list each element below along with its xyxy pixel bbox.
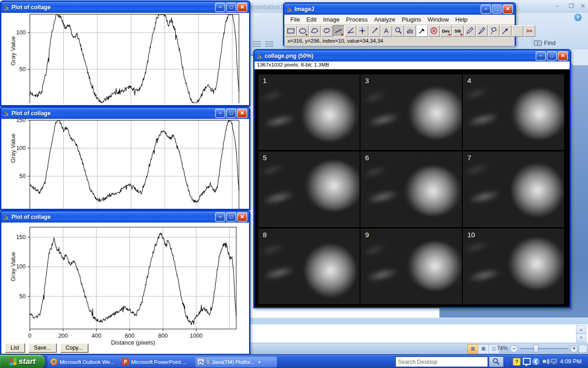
close-icon[interactable]: ✕ xyxy=(578,3,588,10)
network-audio-tray-icon[interactable] xyxy=(542,358,550,365)
collage-cell[interactable]: 10 xyxy=(463,229,564,304)
hide-icons-button[interactable]: ❮ xyxy=(532,358,540,366)
minimize-button[interactable]: – xyxy=(215,212,225,222)
maximize-button[interactable]: □ xyxy=(226,212,236,222)
cell-label: 8 xyxy=(263,231,266,239)
dropper-tool[interactable] xyxy=(416,25,428,37)
imagej-titlebar[interactable]: ImageJ – □ ✕ xyxy=(284,4,515,15)
collage-cell[interactable]: 7 xyxy=(463,151,564,227)
save-button[interactable]: Save... xyxy=(28,343,56,352)
menu-analyze[interactable]: Analyze xyxy=(371,16,398,23)
collage-cell[interactable]: 6 xyxy=(361,151,462,227)
minimize-button[interactable]: – xyxy=(481,5,491,14)
plot-titlebar[interactable]: Plot of collage–□✕ xyxy=(1,212,249,223)
fill-tool[interactable] xyxy=(488,25,499,37)
minimize-button[interactable]: – xyxy=(215,109,225,118)
menu-file[interactable]: File xyxy=(287,16,303,23)
pencil-tool[interactable] xyxy=(464,25,476,37)
hand-tool[interactable] xyxy=(405,25,416,37)
dev-tool[interactable]: Dev xyxy=(440,25,452,37)
angle-tool[interactable] xyxy=(345,25,356,37)
text-tool[interactable]: A xyxy=(381,25,392,37)
point-tool[interactable] xyxy=(357,25,368,37)
image-canvas[interactable]: 1345678910 xyxy=(255,69,570,307)
close-button[interactable]: ✕ xyxy=(237,109,247,118)
menu-edit[interactable]: Edit xyxy=(303,16,320,23)
stack-tool[interactable]: Stk xyxy=(452,25,464,37)
minimize-button[interactable]: – xyxy=(215,3,225,12)
menu-image[interactable]: Image xyxy=(320,16,343,23)
taskbar-button-2[interactable]: PMicrosoft PowerPoint ... xyxy=(119,356,197,368)
bullet-list-icon[interactable] xyxy=(253,41,261,47)
polygon-tool[interactable] xyxy=(309,25,321,37)
menu-plugins[interactable]: Plugins xyxy=(399,16,425,23)
oval-tool[interactable] xyxy=(297,25,309,37)
collage-cell[interactable]: 8 xyxy=(258,229,360,304)
menu-help[interactable]: Help xyxy=(452,16,471,23)
taskbar-button-1[interactable]: Microsoft Outlook We... xyxy=(48,356,122,368)
cell-label: 4 xyxy=(467,77,471,84)
plot-window: Plot of collage–□✕50100150Gray Value0200… xyxy=(0,210,250,355)
svg-text:>>: >> xyxy=(527,28,533,33)
maximize-button[interactable]: □ xyxy=(226,109,236,118)
restore-icon[interactable]: ❐ xyxy=(566,3,577,10)
image-info-bar: 1367x1032 pixels; 8-bit; 1.3MB xyxy=(255,61,570,69)
close-button[interactable]: ✕ xyxy=(503,5,513,14)
display-tray-icon[interactable] xyxy=(550,358,558,365)
close-button[interactable]: ✕ xyxy=(237,212,247,222)
minimize-icon[interactable]: – xyxy=(552,3,562,10)
scroll-down-icon[interactable]: ▼ xyxy=(576,334,586,342)
normal-view-button[interactable]: ▦ xyxy=(467,344,478,354)
maximize-button[interactable]: □ xyxy=(492,5,502,14)
zoom-slider[interactable] xyxy=(520,348,568,349)
slide-sorter-button[interactable]: ▩ xyxy=(478,344,489,354)
wand-tool[interactable] xyxy=(369,25,380,37)
menu-window[interactable]: Window xyxy=(424,16,452,23)
find-button[interactable]: Find xyxy=(534,39,555,46)
taskbar-button-3[interactable]: 5Java(TM) Platfor...▾ xyxy=(194,356,277,368)
specimen-streak xyxy=(262,264,295,282)
zoom-out-button[interactable]: – xyxy=(510,345,518,353)
search-input[interactable] xyxy=(396,357,488,367)
close-button[interactable]: ✕ xyxy=(558,51,568,61)
search-button[interactable] xyxy=(489,357,504,367)
close-others-tool[interactable] xyxy=(428,25,440,37)
specimen-blob xyxy=(407,242,462,290)
more-tools[interactable]: >> xyxy=(524,25,535,37)
brush-tool[interactable] xyxy=(476,25,488,37)
chevron-down-icon[interactable]: ▼ xyxy=(525,364,528,367)
collage-cell[interactable]: 9 xyxy=(361,229,462,304)
rectangle-tool[interactable] xyxy=(285,25,297,37)
copy-button[interactable]: Copy... xyxy=(60,343,88,352)
zoom-slider-thumb[interactable] xyxy=(533,345,538,353)
start-button[interactable]: start xyxy=(0,355,45,368)
help-icon[interactable]: ? xyxy=(574,14,582,21)
taskbar: start Microsoft Outlook We...PMicrosoft … xyxy=(0,354,588,368)
zoom-in-button[interactable]: + xyxy=(570,345,578,353)
tool-caret-icon xyxy=(460,34,463,36)
collage-cell[interactable]: 5 xyxy=(258,151,360,227)
plot-titlebar[interactable]: Plot of collage–□✕ xyxy=(1,2,249,13)
menu-process[interactable]: Process xyxy=(343,16,371,23)
freehand-tool[interactable] xyxy=(321,25,333,37)
specimen-streak xyxy=(361,89,388,106)
collage-cell[interactable]: 3 xyxy=(361,74,462,150)
scroll-up-icon[interactable]: ▲ xyxy=(576,325,586,334)
zoom-tool[interactable] xyxy=(393,25,404,37)
spare-tool[interactable] xyxy=(512,25,523,37)
plot-titlebar[interactable]: Plot of collage–□✕ xyxy=(1,108,249,119)
maximize-button[interactable]: □ xyxy=(547,51,557,61)
numbered-list-icon[interactable] xyxy=(265,41,273,47)
help-tray-icon[interactable]: ? xyxy=(513,358,521,366)
list-button[interactable]: List xyxy=(5,343,25,352)
collage-cell[interactable]: 1 xyxy=(258,74,360,150)
maximize-button[interactable]: □ xyxy=(226,3,236,12)
arrow-tool[interactable] xyxy=(500,25,511,37)
minimize-button[interactable]: – xyxy=(536,51,546,61)
specimen-blob xyxy=(408,88,462,139)
collage-titlebar[interactable]: collage.png (50%) – □ ✕ xyxy=(255,50,570,61)
close-button[interactable]: ✕ xyxy=(237,3,247,12)
fit-window-button[interactable] xyxy=(579,345,587,353)
collage-cell[interactable]: 4 xyxy=(463,74,564,150)
line-tool[interactable] xyxy=(333,25,344,37)
